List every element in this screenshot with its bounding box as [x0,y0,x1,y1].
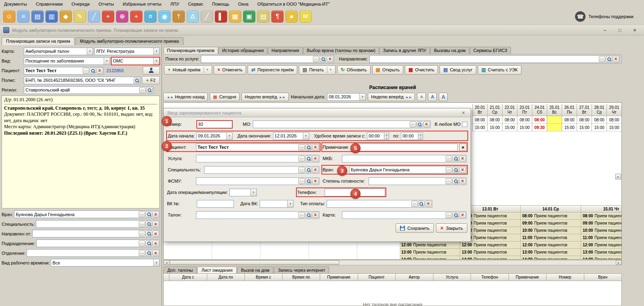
readiness-browse-button[interactable] [446,178,452,184]
vaccination-icon[interactable]: ╱ [88,10,100,23]
reception-slot[interactable]: 11:00Прием пациентов [581,234,622,241]
doctor-field[interactable]: Буянова Дарья Геннадьевна [14,210,160,218]
start-date-combobox[interactable]: 08.01.2026 [327,93,366,101]
service-clear-button[interactable] [327,56,333,62]
pay-type-clear-button[interactable] [425,201,431,207]
protected-document-icon[interactable]: ▣ [243,10,255,23]
scheduler-tab[interactable]: Сервисы ЕГИСЗ [470,47,511,54]
chevron-down-icon[interactable] [153,259,159,266]
waiting-list-column-header[interactable]: Примечание [509,273,547,281]
scrollbar-thumb[interactable] [170,260,339,265]
mkb-browse-button[interactable] [446,156,452,162]
search-icon[interactable] [305,212,312,218]
direction-clear-button[interactable] [613,56,619,62]
week-back-button[interactable]: Неделю назад [163,93,208,101]
dialog-service-browse-button[interactable] [298,156,305,162]
search-icon[interactable] [146,87,152,93]
dialog-patient-clear-button[interactable] [312,144,319,150]
waiting-list-column-header[interactable]: Телефон [471,273,509,281]
reception-slot[interactable]: 13:00Прием пациентов [460,249,521,256]
reception-slot[interactable]: 14:00Прием пациентов [521,256,581,260]
scheduler-tab[interactable]: Направления [268,47,303,54]
lpu-combobox[interactable]: ЛПУ. Регистратура [94,48,160,55]
department-browse-button[interactable] [139,250,145,256]
waiting-list-column-header[interactable]: Автор [396,273,434,281]
card-type-combobox[interactable]: Амбулаторный талон [24,48,93,55]
date-start-combobox[interactable]: 09.01.2026 [196,132,233,140]
reception-slot[interactable]: 14:00Прием пациентов [400,256,460,260]
save-button[interactable]: Сохранить [396,223,434,233]
chevron-down-icon[interactable] [250,189,256,196]
waiting-list-column-header[interactable]: Пациент [358,273,396,281]
waiting-list-column-header[interactable]: Примечание [320,273,358,281]
schedule-time-slot[interactable]: 08:00 [532,116,547,124]
search-icon[interactable] [305,144,312,150]
scheduler-tab[interactable]: Планировщик приемов [163,47,218,54]
horizontal-scrollbar[interactable] [163,260,622,265]
patient-browse-button[interactable] [83,68,89,74]
statistics-icon[interactable]: ◆ [60,10,72,23]
action-button[interactable]: ↻ Обновить [337,65,371,75]
services-cart-icon[interactable]: ¤ [144,10,156,23]
mo-field[interactable] [253,121,431,128]
menu-item[interactable]: Сервис [188,2,203,6]
division-browse-button[interactable] [139,240,145,246]
font-large-button[interactable]: A [439,93,448,101]
dialog-card-clear-button[interactable] [459,212,466,218]
talon-field[interactable] [196,211,319,219]
scroll-right-button[interactable] [615,174,621,179]
minimize-button[interactable]: – [599,26,611,34]
search-icon[interactable] [146,250,152,256]
any-mo-checkbox[interactable] [462,122,467,127]
waiting-list-column-header[interactable]: Дата по [207,273,245,281]
dialog-doctor-clear-button[interactable] [459,167,466,173]
policy-f2-button[interactable]: F2 [142,76,160,84]
referral-browse-button[interactable] [139,231,145,237]
dialog-close-button[interactable]: × [460,110,467,116]
readiness-field[interactable] [369,177,467,185]
close-dialog-button[interactable]: ×Закрыть [436,223,467,233]
department-field[interactable] [27,249,160,257]
note-clear-button[interactable] [459,144,467,151]
schedule-time-slot[interactable]: 09:30 [532,124,547,131]
feedback-chat-icon[interactable]: ✉ [300,10,312,23]
mo-browse-button[interactable] [410,121,416,127]
first-aid-kit-icon[interactable]: + [130,10,142,23]
chevron-down-icon[interactable] [287,200,293,207]
direction-field[interactable] [369,55,620,63]
chevron-down-icon[interactable] [226,133,232,139]
schedule-time-slot[interactable]: 08:00 [592,116,606,124]
service-browse-button[interactable] [313,56,319,62]
menu-item[interactable]: Документы [4,2,27,6]
reception-slot[interactable]: 12:00Прием пациентов [400,241,460,249]
readiness-clear-button[interactable] [459,178,466,184]
search-icon[interactable] [146,240,152,246]
schedule-time-slot[interactable]: 15:00 [473,124,487,131]
vk-number-input[interactable] [197,200,234,208]
search-icon[interactable] [452,156,459,162]
schedule-time-slot[interactable]: 15:00 [577,124,592,131]
schedule-day-column[interactable]: 25.01 Вс [547,104,562,131]
region-field[interactable]: Ставропольский край [24,86,153,94]
thermometer-icon[interactable]: ╱ [201,10,213,23]
payment-type-combobox[interactable]: ОМС [111,57,160,65]
schedule-time-slot[interactable]: 15:00 [607,124,621,131]
patient-card-icon[interactable]: ☺ [3,10,15,23]
chevron-down-icon[interactable] [303,133,309,139]
schedule-time-slot[interactable]: 15:00 [562,124,577,131]
menu-item[interactable]: Помощь [212,2,229,6]
schedule-time-slot[interactable]: 15:00 [592,124,606,131]
dialog-patient-browse-button[interactable] [298,144,305,150]
pdf-document-icon[interactable]: ¶ [271,10,283,23]
today-button[interactable]: Сегодня [210,93,240,101]
search-icon[interactable] [305,156,312,162]
scheduler-tab[interactable]: Запись в другие ЛПУ [379,47,430,54]
schedule-day-column[interactable]: 22.01 Чт 08:00 15:00 [502,104,517,131]
menu-item[interactable]: Избранные отчеты [123,2,161,6]
dialog-specialty-browse-button[interactable] [298,167,305,173]
schedule-time-slot[interactable]: 15:00 [502,124,517,131]
schedule-time-slot[interactable]: 15:00 [517,124,532,131]
reception-slot[interactable]: 12:00Прием пациентов [460,241,521,249]
scroll-right-arrow-icon[interactable] [616,260,621,265]
scheduler-tab[interactable]: Вызовы на дом [430,47,469,54]
